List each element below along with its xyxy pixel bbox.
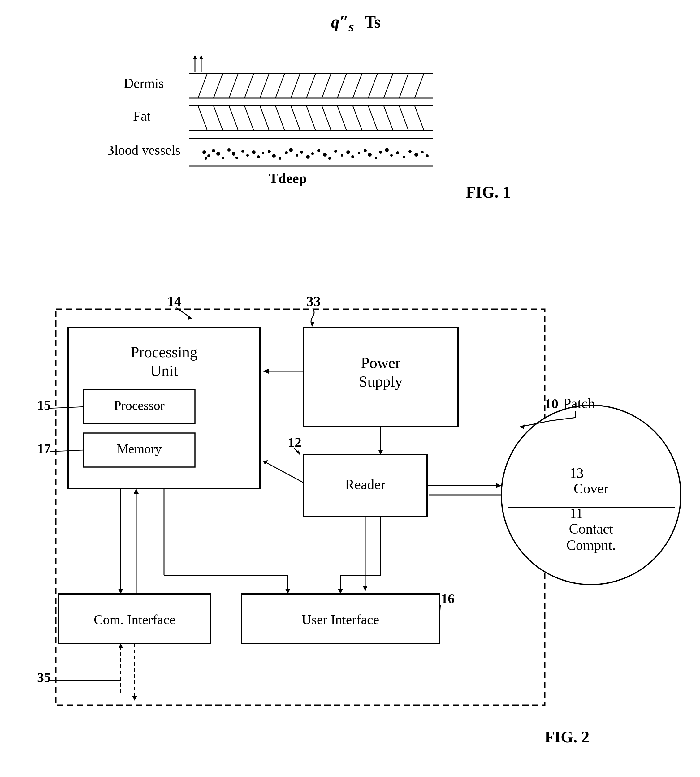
svg-point-72: [351, 155, 354, 158]
svg-line-32: [307, 106, 316, 131]
page: q″s Ts Dermis: [0, 0, 700, 777]
svg-point-50: [232, 152, 235, 156]
svg-point-56: [262, 152, 264, 154]
svg-text:Patch: Patch: [563, 396, 595, 411]
svg-point-59: [279, 157, 281, 160]
svg-text:15: 15: [37, 398, 51, 413]
svg-marker-139: [132, 696, 137, 700]
svg-point-79: [390, 154, 393, 156]
svg-text:Reader: Reader: [345, 477, 385, 492]
svg-point-55: [257, 155, 260, 158]
svg-line-31: [291, 106, 300, 131]
svg-marker-154: [520, 424, 525, 429]
svg-text:10: 10: [545, 396, 558, 411]
svg-line-8: [213, 73, 223, 98]
svg-text:11: 11: [569, 506, 583, 521]
svg-marker-3: [199, 55, 203, 59]
svg-point-80: [396, 151, 399, 154]
svg-point-48: [222, 156, 224, 159]
svg-point-81: [403, 156, 405, 158]
svg-text:Contact: Contact: [569, 521, 613, 537]
fig1-diagram: Dermis Fat: [108, 38, 542, 192]
svg-text:Tdeep: Tdeep: [269, 170, 307, 186]
svg-marker-90: [187, 315, 192, 319]
svg-line-12: [275, 73, 285, 98]
svg-line-15: [322, 73, 331, 98]
svg-text:17: 17: [37, 441, 51, 456]
svg-point-83: [414, 153, 418, 156]
svg-text:13: 13: [569, 465, 583, 481]
svg-line-34: [337, 106, 347, 131]
svg-text:Cover: Cover: [574, 481, 608, 496]
fig1-container: q″s Ts Dermis: [108, 12, 542, 201]
svg-point-43: [202, 150, 206, 154]
svg-line-37: [384, 106, 393, 131]
svg-text:Unit: Unit: [150, 362, 178, 379]
svg-text:Supply: Supply: [359, 373, 403, 390]
svg-point-74: [363, 149, 367, 152]
svg-marker-136: [338, 589, 343, 594]
svg-point-62: [296, 154, 298, 156]
svg-point-51: [235, 156, 238, 159]
svg-point-46: [212, 149, 215, 152]
svg-point-82: [408, 150, 412, 153]
svg-line-7: [198, 73, 207, 98]
svg-point-73: [358, 152, 360, 154]
svg-line-26: [213, 106, 223, 131]
svg-line-38: [399, 106, 408, 131]
svg-text:35: 35: [37, 670, 51, 685]
svg-marker-108: [263, 369, 268, 374]
svg-text:Dermis: Dermis: [124, 76, 164, 91]
svg-line-115: [263, 461, 303, 483]
svg-point-76: [375, 156, 377, 159]
svg-line-21: [415, 73, 424, 98]
svg-text:Blood vessels: Blood vessels: [108, 143, 180, 158]
svg-point-77: [379, 151, 382, 154]
svg-point-84: [421, 151, 423, 153]
svg-line-14: [307, 73, 316, 98]
svg-marker-128: [134, 489, 138, 494]
svg-point-68: [328, 157, 331, 160]
svg-text:FIG. 2: FIG. 2: [545, 728, 589, 746]
svg-marker-156: [497, 483, 501, 488]
svg-point-61: [289, 148, 293, 152]
svg-marker-141: [118, 643, 123, 648]
svg-point-66: [317, 149, 320, 152]
svg-point-54: [252, 150, 256, 154]
svg-text:14: 14: [167, 294, 181, 309]
svg-point-58: [272, 154, 276, 158]
svg-text:Power: Power: [361, 354, 400, 371]
svg-point-85: [425, 154, 428, 158]
svg-line-29: [260, 106, 269, 131]
fig1-label: FIG. 1: [466, 183, 511, 201]
svg-marker-116: [263, 460, 268, 464]
svg-text:User Interface: User Interface: [302, 612, 379, 627]
svg-point-63: [300, 151, 303, 154]
svg-line-17: [353, 73, 362, 98]
svg-line-13: [291, 73, 300, 98]
svg-point-47: [216, 152, 220, 156]
fig2-container: 14 33 Processing Unit Processor Memory 1…: [18, 278, 668, 742]
svg-marker-1: [193, 55, 197, 59]
svg-text:Processing: Processing: [131, 343, 198, 361]
svg-point-45: [205, 157, 207, 160]
svg-point-52: [242, 150, 245, 153]
svg-marker-118: [363, 586, 368, 591]
svg-point-78: [385, 148, 389, 152]
svg-line-35: [353, 106, 362, 131]
svg-point-57: [268, 150, 271, 153]
svg-point-71: [346, 150, 350, 154]
svg-line-30: [275, 106, 285, 131]
svg-text:Compnt.: Compnt.: [566, 537, 616, 553]
svg-point-49: [227, 148, 230, 151]
svg-text:Com. Interface: Com. Interface: [94, 612, 175, 627]
svg-text:16: 16: [441, 591, 455, 606]
svg-point-60: [285, 151, 288, 154]
svg-text:Fat: Fat: [133, 108, 150, 124]
svg-line-25: [198, 106, 207, 131]
svg-text:33: 33: [307, 294, 321, 309]
svg-point-67: [323, 153, 327, 156]
svg-line-16: [337, 73, 347, 98]
svg-line-28: [245, 106, 254, 131]
svg-text:Memory: Memory: [117, 442, 162, 456]
